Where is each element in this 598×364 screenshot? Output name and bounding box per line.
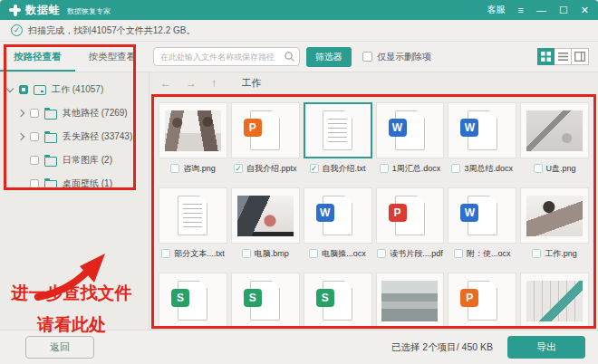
file-tile[interactable]: 3周总结.docx [448, 102, 516, 175]
tree-checkbox[interactable] [30, 156, 39, 165]
file-checkbox[interactable] [170, 164, 179, 173]
excel-file-icon [231, 273, 300, 329]
file-tile[interactable] [376, 273, 445, 329]
tree-item-label: 其他路径 (7269) [63, 107, 128, 120]
detail-view-icon[interactable] [572, 48, 589, 65]
image-thumbnail [231, 187, 300, 244]
back-button[interactable]: 返回 [25, 336, 94, 359]
file-tile[interactable]: 部分文本....txt [159, 187, 227, 260]
file-tile[interactable]: 读书片段....pdf [376, 187, 445, 260]
file-name: 自我介绍.pptx [246, 163, 297, 175]
file-name: 附：使...ocx [467, 248, 511, 260]
minimize-icon[interactable]: — [536, 0, 546, 20]
file-tile[interactable]: 1周汇总.docx [376, 102, 445, 175]
file-checkbox[interactable] [242, 249, 251, 258]
file-tile[interactable] [231, 273, 300, 329]
file-grid: 咨询.png 自我介绍.pptx 自我介绍.txt 1周汇总.docx 3周总结… [151, 94, 596, 329]
tab-by-path[interactable]: 按路径查看 [0, 42, 75, 72]
close-icon[interactable]: ✕ [581, 0, 589, 20]
search-input[interactable] [153, 47, 300, 66]
file-tile[interactable] [159, 273, 227, 329]
tree-checkbox[interactable] [30, 132, 39, 141]
file-checkbox[interactable] [377, 249, 386, 258]
scan-status-text: 扫描完成，找到41057个文件共12.2 GB。 [28, 24, 196, 37]
support-link[interactable]: 客服 [487, 0, 505, 20]
annotation-arrow [29, 250, 115, 302]
image-thumbnail [520, 273, 589, 329]
maximize-icon[interactable]: ☐ [559, 0, 568, 20]
file-checkbox[interactable] [454, 249, 463, 258]
folder-icon [44, 110, 57, 120]
file-checkbox[interactable] [534, 164, 543, 173]
forward-arrow-icon[interactable]: → [186, 77, 197, 90]
powerpoint-file-icon [231, 102, 300, 158]
chevron-right-icon[interactable] [17, 133, 24, 140]
file-tile[interactable] [520, 273, 589, 329]
file-checkbox[interactable] [234, 164, 243, 173]
checkbox-icon[interactable] [362, 52, 372, 62]
sidebar-item-lost-paths[interactable]: 丢失路径 (33743) [0, 125, 149, 148]
image-thumbnail [159, 102, 227, 158]
back-arrow-icon[interactable]: ← [160, 77, 171, 90]
excel-file-icon [159, 273, 227, 329]
sidebar-item-daily-gallery[interactable]: 日常图库 (2) [0, 148, 149, 172]
scan-status-bar: ✓ 扫描完成，找到41057个文件共12.2 GB。 [0, 20, 598, 42]
file-checkbox[interactable] [532, 249, 541, 258]
toolbar: 按路径查看 按类型查看 筛选器 仅显示删除项 [0, 42, 598, 72]
app-logo-icon [9, 5, 21, 16]
file-name: 咨询.png [183, 163, 216, 175]
chevron-right-icon[interactable] [17, 110, 24, 117]
search-icon [284, 51, 295, 62]
check-circle-icon: ✓ [11, 24, 23, 36]
deleted-only-checkbox[interactable]: 仅显示删除项 [362, 51, 431, 63]
file-checkbox[interactable] [310, 164, 319, 173]
file-checkbox[interactable] [309, 249, 318, 258]
file-tile[interactable]: 自我介绍.txt [304, 102, 372, 175]
text-file-icon [159, 187, 227, 244]
sidebar: 工作 (41057) 其他路径 (7269) 丢失路径 (33743) 日常图库… [0, 72, 150, 330]
tree-checkbox[interactable] [19, 85, 28, 94]
tree-checkbox[interactable] [30, 179, 39, 188]
file-tile[interactable]: 附：使...ocx [448, 187, 516, 260]
list-view-icon[interactable] [555, 48, 572, 65]
file-tile[interactable]: 咨询.png [159, 102, 227, 175]
file-tile[interactable] [448, 273, 516, 329]
word-file-icon [376, 102, 445, 158]
tree-item-label: 丢失路径 (33743) [63, 130, 132, 143]
content-area: ← → ↑ 工作 咨询.png 自我介绍.pptx 自我介绍.txt 1周汇总.… [150, 72, 598, 330]
sidebar-item-other-paths[interactable]: 其他路径 (7269) [0, 101, 149, 125]
view-tabs: 按路径查看 按类型查看 [0, 42, 150, 72]
tree-item-label: 日常图库 (2) [63, 154, 112, 167]
file-tile[interactable]: 工作.png [520, 187, 589, 260]
chevron-down-icon[interactable] [6, 84, 14, 91]
file-name: 工作.png [545, 248, 577, 260]
word-file-icon [448, 187, 516, 244]
sidebar-item-work[interactable]: 工作 (41057) [0, 78, 149, 101]
file-tile[interactable]: U盘.png [520, 102, 589, 175]
file-checkbox[interactable] [380, 164, 389, 173]
up-arrow-icon[interactable]: ↑ [211, 77, 217, 90]
file-tile[interactable]: 电脑.bmp [231, 187, 300, 260]
file-checkbox[interactable] [161, 249, 170, 258]
file-checkbox[interactable] [451, 164, 460, 173]
file-tile[interactable] [304, 273, 372, 329]
file-name: U盘.png [546, 163, 576, 175]
tree-item-label: 桌面壁纸 (1) [63, 177, 112, 190]
file-name: 读书片段....pdf [390, 248, 443, 260]
excel-file-icon [304, 273, 372, 329]
tab-by-type[interactable]: 按类型查看 [75, 42, 150, 72]
drive-icon [34, 85, 46, 95]
word-file-icon [448, 102, 516, 158]
menu-icon[interactable]: ≡ [517, 0, 523, 20]
tree-checkbox[interactable] [30, 109, 39, 118]
powerpoint-file-icon [448, 273, 516, 329]
export-button[interactable]: 导出 [507, 336, 585, 359]
sidebar-item-desktop-wallpaper[interactable]: 桌面壁纸 (1) [0, 172, 149, 196]
file-name: 电脑.bmp [255, 248, 289, 260]
file-name: 部分文本....txt [174, 248, 225, 260]
filter-button[interactable]: 筛选器 [306, 47, 352, 67]
grid-view-icon[interactable] [537, 48, 555, 65]
file-tile[interactable]: 电脑操...ocx [304, 187, 372, 260]
file-tile[interactable]: 自我介绍.pptx [231, 102, 300, 175]
view-mode-toggles [537, 48, 589, 65]
